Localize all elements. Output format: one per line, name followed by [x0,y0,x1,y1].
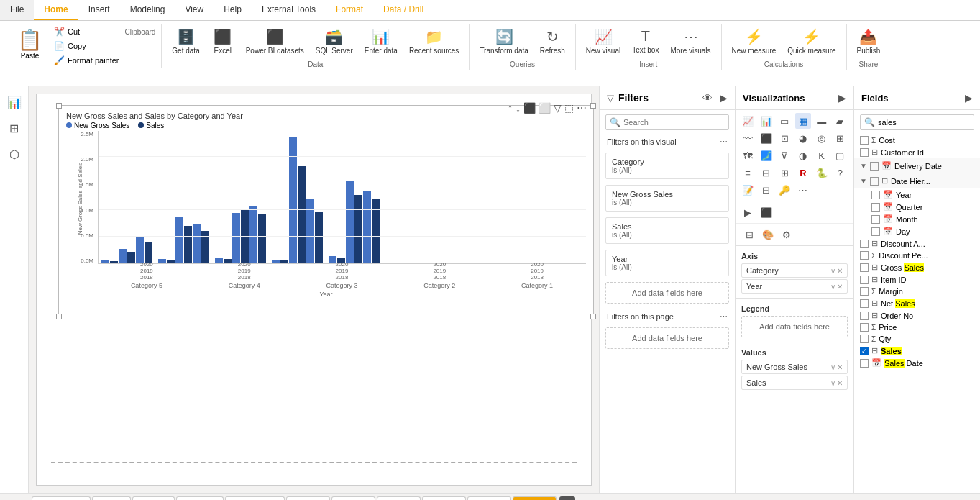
viz-icon-funnel[interactable]: ⊽ [777,147,792,163]
field-item-cost[interactable]: Σ Cost [854,135,980,146]
report-view-icon[interactable]: 📊 [4,92,24,112]
page-tab-week[interactable]: Week [92,496,131,500]
tab-modeling[interactable]: Modeling [120,0,175,20]
field-item-sales-date[interactable]: 📅 Sales Date [854,357,980,369]
filter-expand-icon[interactable]: ▶ [720,92,728,104]
viz-icon-100-bar[interactable]: ▰ [832,113,848,129]
field-group-delivery-date[interactable]: ▼ 📅 Delivery Date [854,158,980,173]
viz-icon-matrix[interactable]: ⊞ [777,165,792,181]
viz-icon-smart-narrative[interactable]: 📝 [740,182,756,198]
page-tab-prev[interactable]: ◀ [3,497,17,501]
viz-icon-fields[interactable]: ⊟ [741,227,757,242]
viz-axis-year-remove[interactable]: ✕ [837,283,843,291]
refresh-button[interactable]: ↻ Refresh [536,25,569,58]
field-checkbox-net-sales[interactable] [860,299,869,308]
chart-expand-icon[interactable]: ⬛ [523,102,536,114]
viz-icon-bar[interactable]: 📊 [759,113,774,129]
filter-page-more-icon[interactable]: ⋯ [720,312,728,322]
viz-icon-custom1[interactable]: ⬛ [759,204,774,220]
resize-handle-bl[interactable] [56,314,62,319]
sql-server-button[interactable]: 🗃️ SQL Server [311,25,357,58]
viz-value-sales-caret[interactable]: ∨ [830,379,835,387]
data-view-icon[interactable]: ⊞ [4,118,24,138]
get-data-button[interactable]: 🗄️ Get data [168,25,203,58]
viz-legend-add[interactable]: Add data fields here [741,316,848,337]
field-checkbox-order-no[interactable] [860,312,869,320]
recent-sources-button[interactable]: 📁 Recent sources [405,25,463,58]
field-item-day[interactable]: 📅 Day [854,225,980,237]
field-checkbox-customer-id[interactable] [860,148,869,157]
filter-add-visual-field[interactable]: Add data fields here [605,282,729,304]
viz-icon-stacked-bar[interactable]: ▬ [814,113,830,129]
field-item-quarter[interactable]: 📅 Quarter [854,201,980,213]
viz-expand-icon[interactable]: ▶ [838,92,846,104]
field-checkbox-gross-sales[interactable] [860,263,869,272]
viz-icon-map[interactable]: 🗺 [740,147,756,163]
page-tab-2[interactable]: Page 2 [331,496,375,500]
publish-button[interactable]: 📤 Publish [853,25,885,58]
resize-handle-tr[interactable] [590,103,596,109]
chart-frame-icon[interactable]: ⬚ [564,102,574,114]
field-checkbox-delivery-date[interactable] [870,162,879,171]
viz-icon-card[interactable]: ▢ [832,147,848,163]
viz-icon-pie[interactable]: ◕ [795,130,811,146]
viz-icon-r[interactable]: R [795,165,811,181]
field-checkbox-cost[interactable] [860,136,869,145]
field-checkbox-month[interactable] [871,215,880,224]
viz-icon-qna[interactable]: ? [832,165,848,181]
resize-handle-br[interactable] [590,314,596,319]
viz-axis-category-remove[interactable]: ✕ [837,267,843,275]
viz-icon-waterfall[interactable]: ⬛ [759,130,774,146]
viz-icon-play-axis[interactable]: ▶ [740,204,756,220]
field-checkbox-price[interactable] [860,323,869,332]
viz-icon-filled-map[interactable]: 🗾 [759,147,774,163]
viz-icon-ribbon[interactable]: 〰 [740,130,756,146]
tab-data-drill[interactable]: Data / Drill [373,0,434,20]
filter-eye-icon[interactable]: 👁 [702,92,713,104]
field-checkbox-sales[interactable]: ✓ [860,347,869,355]
viz-icon-donut[interactable]: ◎ [814,130,830,146]
tab-help[interactable]: Help [214,0,252,20]
page-tab-next[interactable]: ▶ [17,497,32,501]
viz-value-new-gross-caret[interactable]: ∨ [830,363,835,371]
field-checkbox-day[interactable] [871,227,880,236]
tab-home[interactable]: Home [34,0,78,20]
field-checkbox-margin[interactable] [860,287,869,296]
model-view-icon[interactable]: ⬡ [4,144,24,164]
viz-icon-scatter[interactable]: ⊡ [777,130,792,146]
chart-funnel-icon[interactable]: ▽ [554,102,562,114]
field-item-qty[interactable]: Σ Qty [854,333,980,345]
field-item-discount-a[interactable]: ⊟ Discount A... [854,237,980,250]
viz-value-new-gross[interactable]: New Gross Sales ∨ ✕ [741,360,848,374]
page-tab-1[interactable]: Page 1 [286,496,330,500]
viz-icon-analytics[interactable]: ⚙ [779,227,794,242]
viz-icon-clustered-bar[interactable]: ▦ [795,113,811,129]
filter-card-category[interactable]: Category is (All) [605,153,729,179]
excel-button[interactable]: ⬛ Excel [207,25,239,58]
viz-axis-category-caret[interactable]: ∨ [830,267,835,275]
field-item-net-sales[interactable]: ⊟ Net Sales [854,297,980,309]
field-checkbox-date-hier[interactable] [870,177,879,186]
page-add-button[interactable]: + [559,496,575,501]
filter-card-year[interactable]: Year is (All) [605,250,729,276]
fields-search-input[interactable] [860,114,974,130]
viz-icon-decomposition[interactable]: ⊟ [759,182,774,198]
viz-value-sales[interactable]: Sales ∨ ✕ [741,376,848,390]
viz-icon-line[interactable]: 📈 [740,113,756,129]
viz-axis-year[interactable]: Year ∨ ✕ [741,279,848,294]
field-checkbox-year[interactable] [871,191,880,199]
field-item-order-no[interactable]: ⊟ Order No [854,309,980,322]
tab-insert[interactable]: Insert [78,0,120,20]
resize-handle-tl[interactable] [56,103,62,109]
viz-value-new-gross-remove[interactable]: ✕ [837,363,843,371]
viz-icon-more[interactable]: ⋯ [795,182,811,198]
viz-icon-python[interactable]: 🐍 [814,165,830,181]
tab-file[interactable]: File [0,0,34,20]
field-item-customer-id[interactable]: ⊟ Customer Id [854,146,980,158]
page-tab-rolling[interactable]: Rolling [132,496,175,500]
field-checkbox-discount-a[interactable] [860,240,869,248]
viz-axis-category[interactable]: Category ∨ ✕ [741,263,848,278]
field-checkbox-quarter[interactable] [871,203,880,212]
filter-add-page-field[interactable]: Add data fields here [605,327,729,349]
fields-expand-icon[interactable]: ▶ [965,92,973,104]
